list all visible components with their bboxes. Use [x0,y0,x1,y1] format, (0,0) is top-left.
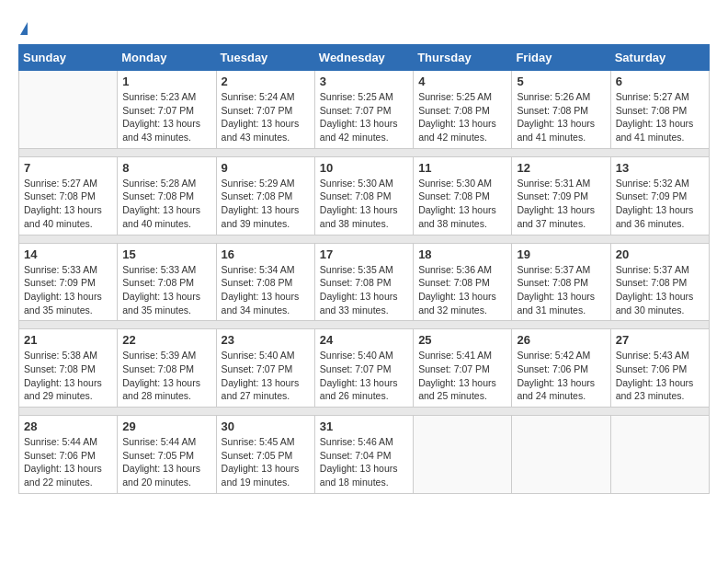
calendar-cell: 6Sunrise: 5:27 AMSunset: 7:08 PMDaylight… [610,71,709,149]
day-info: Sunrise: 5:39 AMSunset: 7:08 PMDaylight:… [122,349,210,403]
day-header-wednesday: Wednesday [314,45,413,71]
day-number: 15 [122,247,210,261]
day-number: 20 [616,247,704,261]
day-info: Sunrise: 5:23 AMSunset: 7:07 PMDaylight:… [122,90,210,144]
calendar-cell: 26Sunrise: 5:42 AMSunset: 7:06 PMDayligh… [512,329,610,408]
calendar-cell: 30Sunrise: 5:45 AMSunset: 7:05 PMDayligh… [216,416,314,494]
day-number: 31 [320,419,408,433]
logo-text [18,18,28,35]
day-number: 11 [418,161,506,175]
day-info: Sunrise: 5:38 AMSunset: 7:08 PMDaylight:… [24,349,112,403]
day-info: Sunrise: 5:40 AMSunset: 7:07 PMDaylight:… [222,349,310,403]
calendar-cell: 21Sunrise: 5:38 AMSunset: 7:08 PMDayligh… [19,329,118,408]
day-header-tuesday: Tuesday [216,45,314,71]
day-number: 28 [24,419,112,433]
day-number: 24 [320,333,408,347]
calendar-week-3: 14Sunrise: 5:33 AMSunset: 7:09 PMDayligh… [19,243,710,321]
day-number: 13 [616,161,704,175]
calendar-week-2: 7Sunrise: 5:27 AMSunset: 7:08 PMDaylight… [19,156,710,235]
calendar-cell: 16Sunrise: 5:34 AMSunset: 7:08 PMDayligh… [216,243,314,321]
day-info: Sunrise: 5:40 AMSunset: 7:07 PMDaylight:… [320,349,408,403]
day-number: 30 [222,419,310,433]
logo [18,18,28,35]
day-number: 29 [122,419,210,433]
calendar-cell: 31Sunrise: 5:46 AMSunset: 7:04 PMDayligh… [314,416,413,494]
calendar-cell: 8Sunrise: 5:28 AMSunset: 7:08 PMDaylight… [118,156,216,235]
day-header-thursday: Thursday [414,45,512,71]
calendar-cell: 9Sunrise: 5:29 AMSunset: 7:08 PMDaylight… [216,156,314,235]
calendar-cell: 12Sunrise: 5:31 AMSunset: 7:09 PMDayligh… [512,156,610,235]
day-number: 16 [222,247,310,261]
calendar-cell: 10Sunrise: 5:30 AMSunset: 7:08 PMDayligh… [314,156,413,235]
day-header-friday: Friday [512,45,610,71]
day-number: 27 [616,333,704,347]
day-info: Sunrise: 5:36 AMSunset: 7:08 PMDaylight:… [418,263,506,317]
day-info: Sunrise: 5:46 AMSunset: 7:04 PMDaylight:… [320,435,408,489]
calendar-cell: 13Sunrise: 5:32 AMSunset: 7:09 PMDayligh… [610,156,709,235]
calendar-cell: 22Sunrise: 5:39 AMSunset: 7:08 PMDayligh… [118,329,216,408]
calendar-cell: 18Sunrise: 5:36 AMSunset: 7:08 PMDayligh… [414,243,512,321]
calendar-week-4: 21Sunrise: 5:38 AMSunset: 7:08 PMDayligh… [19,329,710,408]
row-separator [19,321,710,329]
day-number: 25 [418,333,506,347]
day-info: Sunrise: 5:37 AMSunset: 7:08 PMDaylight:… [616,263,704,317]
day-number: 26 [517,333,605,347]
day-header-monday: Monday [118,45,216,71]
calendar-cell: 29Sunrise: 5:44 AMSunset: 7:05 PMDayligh… [118,416,216,494]
calendar-week-5: 28Sunrise: 5:44 AMSunset: 7:06 PMDayligh… [19,416,710,494]
day-number: 5 [517,75,605,88]
calendar-cell: 20Sunrise: 5:37 AMSunset: 7:08 PMDayligh… [610,243,709,321]
calendar-cell: 1Sunrise: 5:23 AMSunset: 7:07 PMDaylight… [118,71,216,149]
day-number: 12 [517,161,605,175]
calendar-cell: 23Sunrise: 5:40 AMSunset: 7:07 PMDayligh… [216,329,314,408]
day-info: Sunrise: 5:27 AMSunset: 7:08 PMDaylight:… [616,90,704,144]
calendar-cell: 28Sunrise: 5:44 AMSunset: 7:06 PMDayligh… [19,416,118,494]
calendar-cell: 11Sunrise: 5:30 AMSunset: 7:08 PMDayligh… [414,156,512,235]
day-number: 21 [24,333,112,347]
day-header-sunday: Sunday [19,45,118,71]
day-number: 14 [24,247,112,261]
calendar-cell: 7Sunrise: 5:27 AMSunset: 7:08 PMDaylight… [19,156,118,235]
day-header-saturday: Saturday [610,45,709,71]
calendar-cell: 14Sunrise: 5:33 AMSunset: 7:09 PMDayligh… [19,243,118,321]
day-number: 4 [418,75,506,88]
day-number: 23 [222,333,310,347]
calendar-cell: 4Sunrise: 5:25 AMSunset: 7:08 PMDaylight… [414,71,512,149]
calendar-cell: 5Sunrise: 5:26 AMSunset: 7:08 PMDaylight… [512,71,610,149]
day-info: Sunrise: 5:44 AMSunset: 7:05 PMDaylight:… [122,435,210,489]
day-info: Sunrise: 5:35 AMSunset: 7:08 PMDaylight:… [320,263,408,317]
day-info: Sunrise: 5:43 AMSunset: 7:06 PMDaylight:… [616,349,704,403]
day-info: Sunrise: 5:41 AMSunset: 7:07 PMDaylight:… [418,349,506,403]
calendar-cell [610,416,709,494]
calendar-cell: 17Sunrise: 5:35 AMSunset: 7:08 PMDayligh… [314,243,413,321]
calendar-cell [19,71,118,149]
calendar-cell: 19Sunrise: 5:37 AMSunset: 7:08 PMDayligh… [512,243,610,321]
day-info: Sunrise: 5:34 AMSunset: 7:08 PMDaylight:… [222,263,310,317]
day-number: 17 [320,247,408,261]
day-number: 19 [517,247,605,261]
day-number: 3 [320,75,408,88]
calendar-cell: 3Sunrise: 5:25 AMSunset: 7:07 PMDaylight… [314,71,413,149]
calendar-cell: 25Sunrise: 5:41 AMSunset: 7:07 PMDayligh… [414,329,512,408]
day-info: Sunrise: 5:33 AMSunset: 7:09 PMDaylight:… [24,263,112,317]
day-info: Sunrise: 5:32 AMSunset: 7:09 PMDaylight:… [616,177,704,231]
day-info: Sunrise: 5:33 AMSunset: 7:08 PMDaylight:… [122,263,210,317]
calendar-cell: 27Sunrise: 5:43 AMSunset: 7:06 PMDayligh… [610,329,709,408]
day-number: 18 [418,247,506,261]
day-info: Sunrise: 5:45 AMSunset: 7:05 PMDaylight:… [222,435,310,489]
row-separator [19,148,710,156]
day-number: 22 [122,333,210,347]
day-info: Sunrise: 5:29 AMSunset: 7:08 PMDaylight:… [222,177,310,231]
day-info: Sunrise: 5:24 AMSunset: 7:07 PMDaylight:… [222,90,310,144]
day-info: Sunrise: 5:25 AMSunset: 7:08 PMDaylight:… [418,90,506,144]
row-separator [19,408,710,416]
day-number: 8 [122,161,210,175]
day-number: 9 [222,161,310,175]
row-separator [19,235,710,243]
day-info: Sunrise: 5:42 AMSunset: 7:06 PMDaylight:… [517,349,605,403]
page-header [18,18,710,35]
calendar-cell: 24Sunrise: 5:40 AMSunset: 7:07 PMDayligh… [314,329,413,408]
day-number: 2 [222,75,310,88]
day-info: Sunrise: 5:30 AMSunset: 7:08 PMDaylight:… [418,177,506,231]
calendar-cell: 15Sunrise: 5:33 AMSunset: 7:08 PMDayligh… [118,243,216,321]
